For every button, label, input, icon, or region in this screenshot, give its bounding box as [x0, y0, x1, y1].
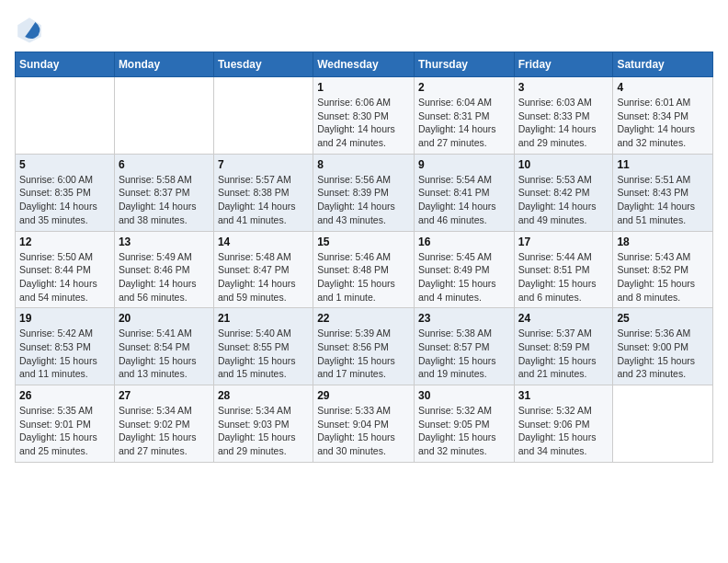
day-detail: Sunrise: 6:00 AM Sunset: 8:35 PM Dayligh…: [19, 173, 110, 227]
day-number: 27: [119, 389, 210, 402]
calendar-cell: 20Sunrise: 5:41 AM Sunset: 8:54 PM Dayli…: [114, 308, 213, 385]
day-number: 30: [418, 389, 510, 402]
calendar-cell: 8Sunrise: 5:56 AM Sunset: 8:39 PM Daylig…: [313, 154, 415, 231]
calendar-cell: 17Sunrise: 5:44 AM Sunset: 8:51 PM Dayli…: [514, 231, 613, 308]
day-number: 12: [19, 236, 110, 248]
day-detail: Sunrise: 5:41 AM Sunset: 8:54 PM Dayligh…: [119, 327, 210, 381]
day-detail: Sunrise: 5:57 AM Sunset: 8:38 PM Dayligh…: [218, 173, 309, 227]
day-detail: Sunrise: 5:39 AM Sunset: 8:56 PM Dayligh…: [317, 327, 410, 381]
weekday-header-cell: Saturday: [613, 52, 713, 77]
day-detail: Sunrise: 5:35 AM Sunset: 9:01 PM Dayligh…: [19, 404, 110, 458]
calendar-cell: 27Sunrise: 5:34 AM Sunset: 9:02 PM Dayli…: [114, 385, 213, 463]
day-number: 10: [518, 158, 609, 171]
calendar-cell: 1Sunrise: 6:06 AM Sunset: 8:30 PM Daylig…: [313, 77, 415, 155]
weekday-header-cell: Monday: [114, 52, 213, 77]
day-detail: Sunrise: 5:42 AM Sunset: 8:53 PM Dayligh…: [19, 327, 110, 381]
weekday-header-cell: Wednesday: [313, 52, 415, 77]
day-detail: Sunrise: 5:50 AM Sunset: 8:44 PM Dayligh…: [19, 250, 110, 304]
calendar-cell: 4Sunrise: 6:01 AM Sunset: 8:34 PM Daylig…: [613, 77, 713, 155]
day-number: 7: [218, 158, 309, 171]
day-detail: Sunrise: 5:48 AM Sunset: 8:47 PM Dayligh…: [218, 250, 309, 304]
day-number: 22: [317, 312, 410, 325]
day-number: 18: [617, 236, 709, 248]
calendar-cell: 3Sunrise: 6:03 AM Sunset: 8:33 PM Daylig…: [514, 77, 613, 155]
calendar-cell: 7Sunrise: 5:57 AM Sunset: 8:38 PM Daylig…: [213, 154, 313, 231]
calendar-cell: 31Sunrise: 5:32 AM Sunset: 9:06 PM Dayli…: [514, 385, 613, 463]
day-number: 29: [317, 389, 410, 402]
day-detail: Sunrise: 6:06 AM Sunset: 8:30 PM Dayligh…: [317, 96, 410, 150]
day-number: 28: [218, 389, 309, 402]
calendar-cell: 18Sunrise: 5:43 AM Sunset: 8:52 PM Dayli…: [613, 231, 713, 308]
day-detail: Sunrise: 5:54 AM Sunset: 8:41 PM Dayligh…: [418, 173, 510, 227]
calendar-cell: 22Sunrise: 5:39 AM Sunset: 8:56 PM Dayli…: [313, 308, 415, 385]
day-detail: Sunrise: 5:44 AM Sunset: 8:51 PM Dayligh…: [518, 250, 609, 304]
calendar-cell: 9Sunrise: 5:54 AM Sunset: 8:41 PM Daylig…: [414, 154, 514, 231]
weekday-header-cell: Sunday: [16, 52, 115, 77]
day-detail: Sunrise: 5:45 AM Sunset: 8:49 PM Dayligh…: [418, 250, 510, 304]
calendar-cell: 19Sunrise: 5:42 AM Sunset: 8:53 PM Dayli…: [16, 308, 115, 385]
page-header: [15, 15, 713, 44]
calendar-cell: 24Sunrise: 5:37 AM Sunset: 8:59 PM Dayli…: [514, 308, 613, 385]
day-detail: Sunrise: 5:40 AM Sunset: 8:55 PM Dayligh…: [218, 327, 309, 381]
calendar-cell: 13Sunrise: 5:49 AM Sunset: 8:46 PM Dayli…: [114, 231, 213, 308]
calendar-week-row: 5Sunrise: 6:00 AM Sunset: 8:35 PM Daylig…: [16, 154, 713, 231]
day-number: 26: [19, 389, 110, 402]
day-detail: Sunrise: 5:51 AM Sunset: 8:43 PM Dayligh…: [617, 173, 709, 227]
day-number: 8: [317, 158, 410, 171]
day-number: 15: [317, 236, 410, 248]
calendar-cell: 10Sunrise: 5:53 AM Sunset: 8:42 PM Dayli…: [514, 154, 613, 231]
day-detail: Sunrise: 5:53 AM Sunset: 8:42 PM Dayligh…: [518, 173, 609, 227]
day-detail: Sunrise: 6:03 AM Sunset: 8:33 PM Dayligh…: [518, 96, 609, 150]
calendar-cell: 29Sunrise: 5:33 AM Sunset: 9:04 PM Dayli…: [313, 385, 415, 463]
calendar-week-row: 1Sunrise: 6:06 AM Sunset: 8:30 PM Daylig…: [16, 77, 713, 155]
day-detail: Sunrise: 6:01 AM Sunset: 8:34 PM Dayligh…: [617, 96, 709, 150]
day-number: 25: [617, 312, 709, 325]
calendar-cell: 16Sunrise: 5:45 AM Sunset: 8:49 PM Dayli…: [414, 231, 514, 308]
calendar-cell: 5Sunrise: 6:00 AM Sunset: 8:35 PM Daylig…: [16, 154, 115, 231]
calendar-cell: 23Sunrise: 5:38 AM Sunset: 8:57 PM Dayli…: [414, 308, 514, 385]
day-detail: Sunrise: 5:58 AM Sunset: 8:37 PM Dayligh…: [119, 173, 210, 227]
calendar-cell: 28Sunrise: 5:34 AM Sunset: 9:03 PM Dayli…: [213, 385, 313, 463]
day-number: 17: [518, 236, 609, 248]
day-number: 19: [19, 312, 110, 325]
day-number: 1: [317, 81, 410, 94]
day-number: 24: [518, 312, 609, 325]
calendar-cell: 21Sunrise: 5:40 AM Sunset: 8:55 PM Dayli…: [213, 308, 313, 385]
day-detail: Sunrise: 5:33 AM Sunset: 9:04 PM Dayligh…: [317, 404, 410, 458]
calendar-cell: 12Sunrise: 5:50 AM Sunset: 8:44 PM Dayli…: [16, 231, 115, 308]
calendar-cell: [16, 77, 115, 155]
calendar-week-row: 12Sunrise: 5:50 AM Sunset: 8:44 PM Dayli…: [16, 231, 713, 308]
day-number: 4: [617, 81, 709, 94]
day-number: 31: [518, 389, 609, 402]
day-number: 23: [418, 312, 510, 325]
weekday-header-row: SundayMondayTuesdayWednesdayThursdayFrid…: [16, 52, 713, 77]
day-detail: Sunrise: 5:43 AM Sunset: 8:52 PM Dayligh…: [617, 250, 709, 304]
calendar-cell: [613, 385, 713, 463]
day-detail: Sunrise: 5:34 AM Sunset: 9:02 PM Dayligh…: [119, 404, 210, 458]
day-number: 14: [218, 236, 309, 248]
calendar-cell: [114, 77, 213, 155]
calendar-cell: 11Sunrise: 5:51 AM Sunset: 8:43 PM Dayli…: [613, 154, 713, 231]
day-detail: Sunrise: 5:36 AM Sunset: 9:00 PM Dayligh…: [617, 327, 709, 381]
weekday-header-cell: Friday: [514, 52, 613, 77]
calendar-body: 1Sunrise: 6:06 AM Sunset: 8:30 PM Daylig…: [16, 77, 713, 463]
logo: [15, 15, 48, 44]
day-number: 6: [119, 158, 210, 171]
calendar-cell: 15Sunrise: 5:46 AM Sunset: 8:48 PM Dayli…: [313, 231, 415, 308]
calendar-cell: 26Sunrise: 5:35 AM Sunset: 9:01 PM Dayli…: [16, 385, 115, 463]
day-detail: Sunrise: 5:34 AM Sunset: 9:03 PM Dayligh…: [218, 404, 309, 458]
day-number: 11: [617, 158, 709, 171]
day-detail: Sunrise: 5:32 AM Sunset: 9:05 PM Dayligh…: [418, 404, 510, 458]
day-detail: Sunrise: 5:46 AM Sunset: 8:48 PM Dayligh…: [317, 250, 410, 304]
day-number: 20: [119, 312, 210, 325]
calendar-cell: 6Sunrise: 5:58 AM Sunset: 8:37 PM Daylig…: [114, 154, 213, 231]
day-number: 5: [19, 158, 110, 171]
weekday-header-cell: Thursday: [414, 52, 514, 77]
calendar-week-row: 19Sunrise: 5:42 AM Sunset: 8:53 PM Dayli…: [16, 308, 713, 385]
day-number: 21: [218, 312, 309, 325]
day-number: 2: [418, 81, 510, 94]
day-number: 9: [418, 158, 510, 171]
day-number: 3: [518, 81, 609, 94]
day-number: 16: [418, 236, 510, 248]
calendar-cell: 30Sunrise: 5:32 AM Sunset: 9:05 PM Dayli…: [414, 385, 514, 463]
